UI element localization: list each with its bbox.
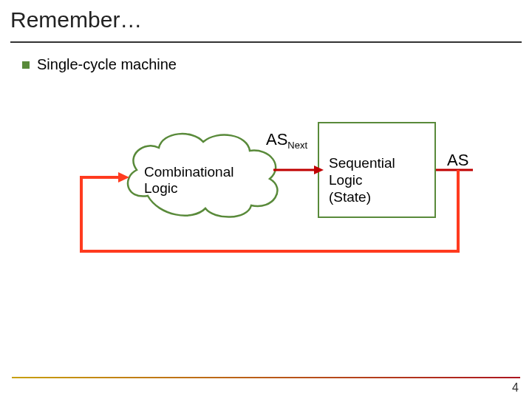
bullet-marker-icon xyxy=(22,61,30,69)
slide: Remember… Single-cycle machine ASNext Co… xyxy=(0,0,532,399)
page-title: Remember… xyxy=(10,7,522,33)
bullet-text: Single-cycle machine xyxy=(37,56,177,73)
page-number: 4 xyxy=(512,381,519,395)
diagram: ASNext Combinational Logic Sequential Lo… xyxy=(44,118,488,281)
bullet-row: Single-cycle machine xyxy=(0,43,532,73)
signal-as-next-sub: Next xyxy=(287,140,307,151)
footer-rule xyxy=(12,377,520,378)
feedback-path xyxy=(74,163,473,266)
title-wrap: Remember… xyxy=(0,0,532,37)
svg-marker-3 xyxy=(118,172,129,183)
